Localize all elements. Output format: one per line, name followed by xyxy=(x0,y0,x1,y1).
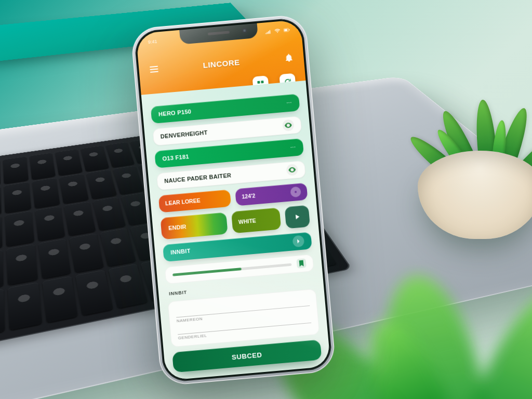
form-card: NAMEREON GENDERLIEL xyxy=(168,289,320,348)
row-label: NAUCE PADER BAITER xyxy=(164,172,232,184)
chip-lear[interactable]: LEAR LOREE xyxy=(158,189,231,212)
row-label: INNBIT xyxy=(170,248,191,256)
row-label: O13 F181 xyxy=(162,154,189,162)
phone: 9:41 LINCORE xyxy=(130,14,337,387)
row-disclosure-icon xyxy=(292,235,305,248)
chip-label: WHITE xyxy=(238,217,256,225)
chip-label: ENDIR xyxy=(168,223,187,231)
row-more: ··· xyxy=(290,145,296,151)
play-icon xyxy=(294,214,301,220)
app-content: HERO P150 ··· DENVERHEIGHT O13 F181 ··· xyxy=(141,81,331,381)
plant xyxy=(397,83,532,239)
svg-rect-1 xyxy=(284,29,287,32)
menu-button[interactable] xyxy=(147,62,161,76)
chip-play[interactable] xyxy=(285,205,310,229)
signal-icon xyxy=(265,29,272,34)
chip-label: 124'2 xyxy=(242,193,256,200)
progress-fill xyxy=(172,268,242,276)
svg-rect-3 xyxy=(257,81,260,84)
visibility-icon xyxy=(282,119,295,132)
bell-icon xyxy=(284,53,292,62)
app-screen: 9:41 LINCORE xyxy=(136,19,330,380)
chip-white[interactable]: WHITE xyxy=(231,207,281,233)
menu-icon xyxy=(150,65,158,73)
notifications-button[interactable] xyxy=(281,50,296,65)
row-label: DENVERHEIGHT xyxy=(160,129,208,140)
submit-label: SUBCED xyxy=(231,351,262,361)
chip-action-icon xyxy=(290,187,301,198)
battery-icon xyxy=(283,27,290,33)
chip-label: LEAR LOREE xyxy=(165,197,201,207)
bookmark-icon[interactable] xyxy=(296,259,307,269)
visibility-icon xyxy=(286,164,298,176)
row-label: HERO P150 xyxy=(158,109,192,117)
chip-endir[interactable]: ENDIR xyxy=(160,212,228,240)
svg-point-7 xyxy=(295,191,297,193)
svg-rect-2 xyxy=(289,29,290,31)
scene: 9:41 LINCORE xyxy=(0,0,532,399)
svg-rect-4 xyxy=(261,81,263,83)
wifi-icon xyxy=(274,28,281,34)
status-time: 9:41 xyxy=(148,39,157,45)
progress-track[interactable] xyxy=(172,263,292,276)
app-title: LINCORE xyxy=(161,54,283,73)
row-more: ··· xyxy=(286,100,292,106)
chip-1242[interactable]: 124'2 xyxy=(235,182,308,206)
